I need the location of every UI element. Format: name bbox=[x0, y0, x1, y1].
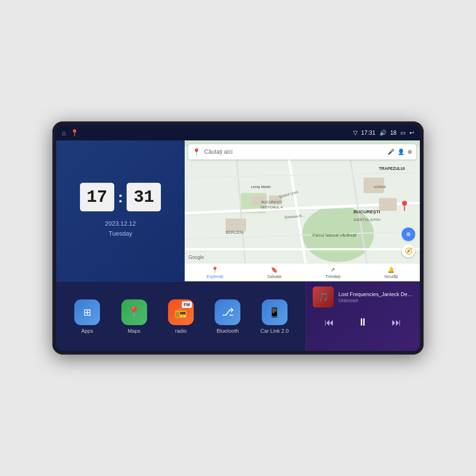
saved-icon: 🔖 bbox=[271, 267, 278, 273]
app-item-radio[interactable]: 📻 FM radio bbox=[165, 299, 196, 334]
maps-icon: 📍 bbox=[121, 299, 147, 325]
map-tab-explore[interactable]: 📍 Explorați bbox=[207, 267, 223, 279]
svg-text:JUDEȚUL ILFOV: JUDEȚUL ILFOV bbox=[353, 218, 380, 222]
home-icon[interactable]: ⌂ bbox=[62, 129, 66, 137]
status-left-nav: ⌂ 📍 bbox=[62, 129, 79, 137]
google-maps-logo: Google bbox=[188, 255, 204, 260]
map-bottom-nav: 📍 Explorați 🔖 Salvate ↗ Trimiteți 🔔 bbox=[185, 263, 420, 281]
back-icon[interactable]: ↩ bbox=[409, 129, 414, 136]
map-search-pin-icon: 📍 bbox=[192, 148, 200, 156]
map-svg: TRAPEZULUI UZANA BUCUREȘTI JUDEȚUL ILFOV… bbox=[185, 140, 420, 281]
radio-icon: 📻 FM bbox=[168, 299, 194, 325]
layers-icon[interactable]: ⊕ bbox=[407, 149, 412, 155]
explore-label: Explorați bbox=[207, 274, 223, 279]
svg-text:BUCUREȘTI: BUCUREȘTI bbox=[353, 209, 380, 214]
volume-level: 18 bbox=[390, 129, 397, 136]
map-tab-send[interactable]: ↗ Trimiteți bbox=[326, 267, 341, 279]
clock-separator: : bbox=[118, 188, 123, 206]
music-prev-button[interactable]: ⏮ bbox=[323, 315, 336, 330]
battery-icon: ▭ bbox=[400, 129, 406, 136]
saved-label: Salvate bbox=[267, 274, 281, 279]
music-player: 🎵 Lost Frequencies_Janieck Devy-... Unkn… bbox=[306, 282, 420, 351]
svg-text:Leroy Merlin: Leroy Merlin bbox=[251, 185, 271, 189]
music-artist: Unknown bbox=[338, 298, 413, 303]
signal-icon: ▽ bbox=[353, 129, 357, 136]
device-screen: ⌂ 📍 ▽ 17:31 🔊 18 ▭ ↩ 17 : bbox=[56, 125, 420, 351]
status-time: 17:31 bbox=[361, 129, 376, 136]
status-right-info: ▽ 17:31 🔊 18 ▭ ↩ bbox=[353, 129, 414, 136]
radio-label: radio bbox=[175, 328, 187, 334]
map-search-right-icons: 🎤 👤 ⊕ bbox=[387, 149, 412, 155]
apps-label: Apps bbox=[81, 328, 93, 334]
svg-rect-13 bbox=[226, 218, 246, 231]
bluetooth-label: Bluetooth bbox=[217, 328, 238, 334]
map-search-placeholder[interactable]: Căutați aici bbox=[204, 149, 384, 155]
clock-minutes: 31 bbox=[127, 183, 161, 211]
map-tab-news[interactable]: 🔔 Noutăți bbox=[384, 267, 398, 279]
map-search-bar[interactable]: 📍 Căutați aici 🎤 👤 ⊕ bbox=[188, 144, 416, 159]
top-section: 17 : 31 2023.12.12 Tuesday bbox=[56, 140, 420, 282]
clock-panel: 17 : 31 2023.12.12 Tuesday bbox=[56, 140, 185, 281]
clock-date: 2023.12.12 Tuesday bbox=[105, 219, 136, 239]
map-compass-button[interactable]: 🧭 bbox=[402, 244, 415, 258]
svg-text:SECTORUL 4: SECTORUL 4 bbox=[260, 205, 283, 209]
map-panel[interactable]: TRAPEZULUI UZANA BUCUREȘTI JUDEȚUL ILFOV… bbox=[185, 140, 420, 281]
svg-text:BUCUREȘTI: BUCUREȘTI bbox=[261, 200, 282, 204]
svg-text:TRAPEZULUI: TRAPEZULUI bbox=[379, 166, 405, 171]
app-item-bluetooth[interactable]: ⎇ Bluetooth bbox=[212, 299, 243, 334]
status-bar: ⌂ 📍 ▽ 17:31 🔊 18 ▭ ↩ bbox=[56, 125, 420, 140]
clock-display: 17 : 31 bbox=[80, 183, 161, 211]
svg-text:UZANA: UZANA bbox=[374, 185, 386, 189]
svg-point-27 bbox=[402, 201, 407, 206]
map-tab-saved[interactable]: 🔖 Salvate bbox=[267, 267, 281, 279]
clock-hours: 17 bbox=[80, 183, 114, 211]
music-details: Lost Frequencies_Janieck Devy-... Unknow… bbox=[338, 291, 413, 303]
news-label: Noutăți bbox=[384, 274, 398, 279]
music-title: Lost Frequencies_Janieck Devy-... bbox=[338, 291, 413, 297]
app-item-apps[interactable]: ⊞ Apps bbox=[72, 299, 103, 334]
music-controls: ⏮ ⏸ ⏭ bbox=[313, 314, 413, 330]
date-value: 2023.12.12 bbox=[105, 219, 136, 229]
volume-icon: 🔊 bbox=[379, 129, 387, 136]
microphone-icon[interactable]: 🎤 bbox=[387, 149, 395, 155]
car-headunit-device: ⌂ 📍 ▽ 17:31 🔊 18 ▭ ↩ 17 : bbox=[52, 121, 424, 355]
day-value: Tuesday bbox=[105, 229, 136, 239]
bluetooth-icon: ⎇ bbox=[215, 299, 240, 325]
radio-fm-badge: FM bbox=[182, 301, 192, 308]
app-item-carlink[interactable]: 📱 Car Link 2.0 bbox=[259, 299, 290, 334]
svg-text:BERCENI: BERCENI bbox=[226, 230, 244, 235]
music-thumbnail: 🎵 bbox=[313, 287, 334, 307]
account-icon[interactable]: 👤 bbox=[397, 149, 405, 155]
send-icon: ↗ bbox=[330, 267, 335, 273]
carlink-label: Car Link 2.0 bbox=[260, 328, 288, 334]
apps-icon: ⊞ bbox=[74, 299, 100, 325]
music-play-button[interactable]: ⏸ bbox=[356, 314, 370, 330]
svg-text:Parcul Natural Văcărești: Parcul Natural Văcărești bbox=[312, 233, 357, 238]
main-content: 17 : 31 2023.12.12 Tuesday bbox=[56, 140, 420, 351]
svg-rect-15 bbox=[379, 198, 397, 211]
send-label: Trimiteți bbox=[326, 274, 341, 279]
app-item-maps[interactable]: 📍 Maps bbox=[119, 299, 149, 334]
maps-label: Maps bbox=[128, 328, 140, 334]
carlink-icon: 📱 bbox=[262, 299, 288, 325]
app-grid: ⊞ Apps 📍 Maps 📻 FM bbox=[56, 282, 306, 351]
music-next-button[interactable]: ⏭ bbox=[390, 315, 403, 330]
music-info: 🎵 Lost Frequencies_Janieck Devy-... Unkn… bbox=[313, 287, 413, 307]
bottom-section: ⊞ Apps 📍 Maps 📻 FM bbox=[56, 282, 420, 351]
news-icon: 🔔 bbox=[387, 267, 395, 273]
map-location-button[interactable]: ⊕ bbox=[402, 228, 415, 241]
explore-icon: 📍 bbox=[211, 267, 218, 273]
maps-nav-icon[interactable]: 📍 bbox=[70, 129, 79, 137]
